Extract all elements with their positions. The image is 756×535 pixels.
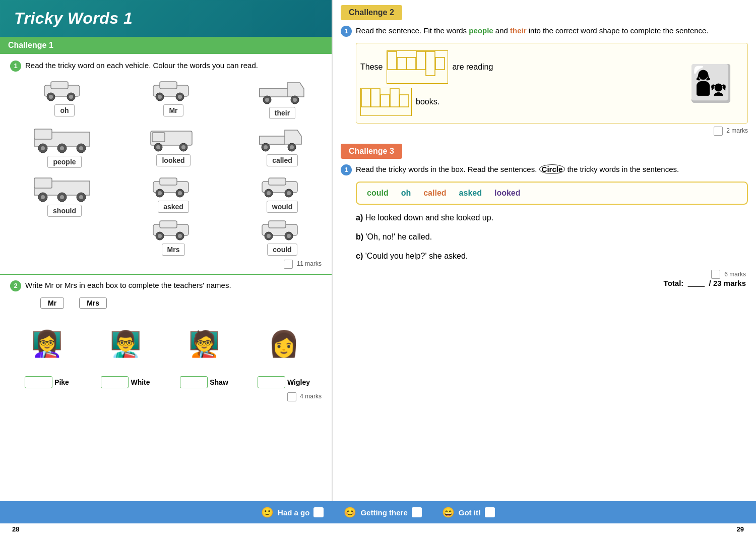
puzzle-word-books: books. xyxy=(416,97,439,106)
svg-rect-77 xyxy=(371,89,380,107)
instruction-number-1: 1 xyxy=(10,61,21,72)
marks-2-right: 2 marks xyxy=(341,127,748,136)
teachers-row: 👩‍🏫 Pike 👨‍🏫 White 🧑‍🏫 xyxy=(10,314,322,388)
vehicle-looked: looked xyxy=(123,125,224,168)
people-shape-svg xyxy=(387,51,448,81)
shaw-input[interactable] xyxy=(180,376,208,388)
vehicle-would: would xyxy=(232,174,333,213)
getting-there-icon: 😊 xyxy=(344,506,356,518)
wb-asked: asked xyxy=(459,189,482,198)
svg-rect-1 xyxy=(51,82,68,89)
bottom-bar: 🙂 Had a go 😊 Getting there 😄 Got it! xyxy=(0,501,756,523)
svg-point-49 xyxy=(158,191,162,195)
their-shape[interactable] xyxy=(360,88,412,116)
svg-point-51 xyxy=(178,191,182,195)
puzzle-sentence: These xyxy=(360,50,668,116)
marks-3-checkbox[interactable] xyxy=(711,270,720,279)
lorry-svg-their xyxy=(255,78,310,105)
got-it-icon: 😄 xyxy=(442,506,455,518)
truck-svg-people xyxy=(32,125,97,154)
svg-point-35 xyxy=(264,145,268,149)
vehicle-oh: oh xyxy=(14,78,115,119)
teacher-pike: 👩‍🏫 Pike xyxy=(22,314,72,388)
svg-rect-19 xyxy=(34,129,52,139)
mr-label: Mr xyxy=(40,298,64,309)
truck-svg-should xyxy=(32,174,97,203)
sentence-b-text: 'Oh, no!' he called. xyxy=(366,232,432,241)
wigley-input[interactable] xyxy=(258,376,285,388)
sentence-c: c) 'Could you help?' she asked. xyxy=(356,250,748,262)
puzzle-line-1: These xyxy=(360,50,668,84)
marks-2-left: 4 marks xyxy=(10,392,322,401)
car-svg-oh xyxy=(42,78,87,103)
teacher-name-wigley: Wigley xyxy=(258,376,310,388)
word-would: would xyxy=(267,201,298,213)
lorry-svg-called xyxy=(255,125,310,153)
teacher-name-shaw: Shaw xyxy=(180,376,228,388)
shaw-surname: Shaw xyxy=(210,378,228,386)
sentence-a-text: He looked down and she looked up. xyxy=(365,213,493,222)
had-a-go-item: 🙂 Had a go xyxy=(261,506,324,518)
svg-rect-78 xyxy=(381,95,390,107)
white-surname: White xyxy=(131,378,150,386)
svg-rect-33 xyxy=(260,136,285,144)
vehicle-their: their xyxy=(232,78,333,119)
svg-rect-80 xyxy=(400,95,409,107)
people-shape[interactable] xyxy=(387,50,448,84)
svg-point-11 xyxy=(178,95,182,99)
had-a-go-checkbox[interactable] xyxy=(313,507,324,517)
svg-point-37 xyxy=(290,145,294,149)
getting-there-item: 😊 Getting there xyxy=(344,506,421,518)
challenge-2-section: Challenge 2 1 Read the sentence. Fit the… xyxy=(341,5,748,136)
svg-point-69 xyxy=(287,234,291,238)
vehicles-grid: oh Mr xyxy=(10,78,322,256)
word-their: their xyxy=(269,107,295,119)
white-input[interactable] xyxy=(101,376,129,388)
svg-rect-76 xyxy=(361,89,370,107)
wb-looked: looked xyxy=(494,189,521,198)
svg-rect-71 xyxy=(397,57,406,70)
got-it-checkbox[interactable] xyxy=(485,507,495,517)
puzzle-word-are-reading: are reading xyxy=(452,63,493,72)
teacher-white: 👨‍🏫 White xyxy=(100,314,151,388)
teacher-shaw: 🧑‍🏫 Shaw xyxy=(179,314,229,388)
kids-emoji: 👩‍👧 xyxy=(689,63,733,104)
vehicles-asked-mrs: asked Mrs xyxy=(123,174,224,256)
svg-point-5 xyxy=(69,95,73,99)
puzzle-line-2: books. xyxy=(360,88,668,116)
their-shape-svg xyxy=(361,88,411,113)
marks-total-row: 6 marks Total: ____ / 23 marks xyxy=(341,269,748,288)
vehicle-people: people xyxy=(14,125,115,168)
svg-rect-59 xyxy=(269,178,286,185)
car-svg-could xyxy=(260,217,305,242)
marks-1-checkbox[interactable] xyxy=(284,260,293,269)
svg-rect-70 xyxy=(388,51,397,70)
svg-rect-39 xyxy=(34,178,52,188)
wb-could: could xyxy=(367,189,389,198)
car-svg-mrs xyxy=(151,217,196,242)
got-it-item: 😄 Got it! xyxy=(442,506,495,518)
page-left: 28 xyxy=(12,525,19,533)
mr-mrs-labels: Mr Mrs xyxy=(40,298,322,309)
vehicles-would-could: would could xyxy=(232,174,333,256)
svg-rect-27 xyxy=(152,133,165,142)
circle-word: Circle xyxy=(539,164,565,174)
word-called: called xyxy=(267,154,298,166)
teacher-figure-wigley: 👩 xyxy=(259,314,309,374)
pike-input[interactable] xyxy=(25,376,52,388)
puzzle-area: These xyxy=(356,43,748,124)
puzzle-word-these: These xyxy=(360,63,383,72)
word-could: could xyxy=(267,244,297,256)
svg-rect-53 xyxy=(160,221,177,228)
svg-point-3 xyxy=(49,95,53,99)
marks-2-right-checkbox[interactable] xyxy=(714,127,723,136)
svg-rect-13 xyxy=(260,89,287,97)
svg-point-55 xyxy=(158,234,162,238)
getting-there-checkbox[interactable] xyxy=(412,507,422,517)
challenge-2-instruction: 2 Write Mr or Mrs in each box to complet… xyxy=(10,280,322,291)
had-a-go-label: Had a go xyxy=(278,508,309,517)
challenge-2-right-instruction: 1 Read the sentence. Fit the words peopl… xyxy=(341,25,748,37)
svg-rect-47 xyxy=(160,178,177,185)
marks-2-checkbox[interactable] xyxy=(287,392,296,401)
teacher-figure-pike: 👩‍🏫 xyxy=(22,314,72,374)
